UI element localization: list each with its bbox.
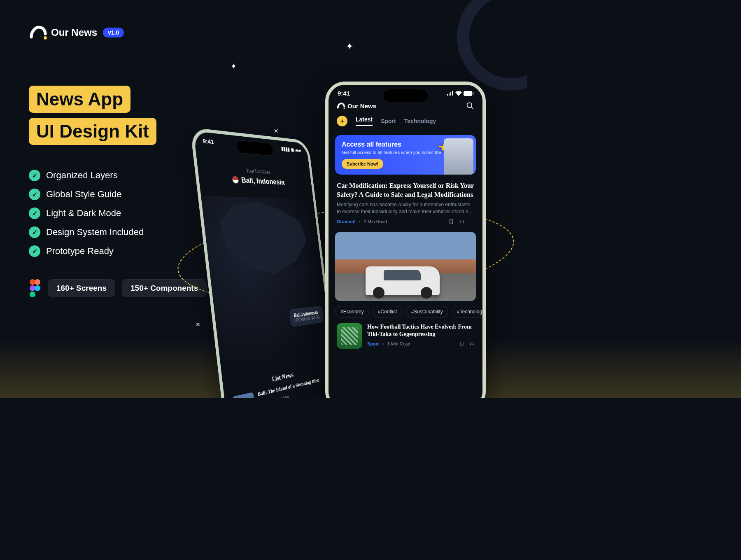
logo-mark-icon <box>29 25 47 40</box>
story-readtime: 1 Min <box>280 394 289 398</box>
story-category[interactable]: Sport <box>367 341 379 346</box>
list-item[interactable]: How Football Tactics Have Evolved: From … <box>329 322 482 350</box>
flag-indonesia-icon <box>232 176 239 184</box>
tab-latest[interactable]: Latest <box>356 116 373 126</box>
headphones-icon[interactable] <box>469 341 474 346</box>
article-hero-image[interactable] <box>335 232 476 301</box>
hashtag-chip[interactable]: #Sustainability <box>405 306 448 317</box>
wifi-icon: ◉ <box>291 147 295 153</box>
sparkle-icon: ✦ <box>231 62 237 71</box>
feature-label: Light & Dark Mode <box>46 208 121 219</box>
figma-icon <box>29 279 41 297</box>
app-title: Our News <box>347 103 376 110</box>
svg-point-3 <box>30 285 35 291</box>
svg-point-0 <box>44 36 47 40</box>
hashtag-chip[interactable]: #Economy <box>335 306 369 317</box>
headline-line-1: News App <box>29 86 130 113</box>
feature-label: Global Style Guide <box>46 189 121 200</box>
phone-mockup-right: 9:41 Our News <box>325 82 486 398</box>
battery-icon: ▰▰ <box>295 147 301 153</box>
status-time: 9:41 <box>338 90 350 97</box>
svg-point-2 <box>35 279 40 285</box>
hashtag-chip[interactable]: #Technology <box>452 306 482 317</box>
svg-rect-7 <box>473 92 473 95</box>
search-icon[interactable] <box>466 102 474 110</box>
app-header: Our News <box>329 98 482 114</box>
phone-mockup-left: 9:41 ▮▮▮▮ ◉ ▰▰ Your Location Bali, Indon… <box>190 127 343 398</box>
sparkle-icon: ✦ <box>346 41 353 52</box>
promo-banner[interactable]: × Access all features Get full access to… <box>335 135 476 175</box>
feature-label: Design System Included <box>46 227 144 238</box>
check-icon: ✓ <box>29 245 40 257</box>
tab-sport[interactable]: Sport <box>381 118 396 124</box>
svg-point-4 <box>35 285 40 291</box>
close-icon: ✕ <box>196 321 200 328</box>
story-thumb <box>232 392 256 398</box>
article-category[interactable]: Otomotif <box>337 219 356 224</box>
logo-mark-icon <box>337 102 345 110</box>
article-title: Car Modification: Express Yourself or Ri… <box>337 181 474 199</box>
more-icon[interactable]: ⋮ <box>470 219 474 224</box>
map-area[interactable]: Bali,Indonesia UTC+08:00 (WITA) <box>201 196 333 382</box>
status-icons <box>447 91 473 96</box>
decorative-ring <box>457 0 527 91</box>
svg-point-1 <box>30 279 35 285</box>
svg-point-5 <box>30 292 35 297</box>
bookmark-icon[interactable] <box>448 219 454 224</box>
product-brand-row: Our News v1.0 <box>29 25 498 40</box>
status-icons: ▮▮▮▮ ◉ ▰▰ <box>281 146 301 154</box>
headphones-icon[interactable] <box>459 219 465 224</box>
promo-person-image <box>444 138 473 175</box>
wifi-icon <box>455 91 462 96</box>
story-readtime: 3 Min Read <box>387 341 410 346</box>
check-icon: ✓ <box>29 226 40 238</box>
status-time: 9:41 <box>203 137 214 145</box>
dot-separator: • <box>359 219 361 224</box>
story-thumb <box>337 323 362 349</box>
svg-rect-6 <box>464 91 472 96</box>
tabs-row: + Latest Sport Technology <box>329 114 482 130</box>
close-icon: ✕ <box>274 128 279 134</box>
stat-screens: 160+ Screens <box>48 279 115 297</box>
check-icon: ✓ <box>29 170 40 181</box>
signal-icon <box>447 91 454 96</box>
hashtag-row: #Economy #Conflict #Sustainability #Tech… <box>329 305 482 322</box>
story-title: How Football Tactics Have Evolved: From … <box>367 323 474 338</box>
svg-point-8 <box>343 107 345 109</box>
check-icon: ✓ <box>29 189 40 200</box>
add-tab-button[interactable]: + <box>337 116 347 126</box>
check-icon: ✓ <box>29 208 40 219</box>
brand-name: Our News <box>51 27 97 38</box>
hashtag-chip[interactable]: #Conflict <box>373 306 403 317</box>
tab-technology[interactable]: Technology <box>404 118 436 124</box>
dot-separator: • <box>382 341 384 346</box>
brand-logo: Our News <box>29 25 97 40</box>
headline-line-2: UI Design Kit <box>29 118 156 145</box>
map-silhouette <box>211 196 315 283</box>
app-brand[interactable]: Our News <box>337 102 376 110</box>
car-illustration <box>366 266 440 295</box>
signal-icon: ▮▮▮▮ <box>281 146 290 152</box>
feature-label: Prototype Ready <box>46 246 114 257</box>
featured-article[interactable]: Car Modification: Express Yourself or Ri… <box>329 180 482 228</box>
battery-icon <box>464 91 473 96</box>
svg-line-10 <box>471 107 473 109</box>
map-pin-card[interactable]: Bali,Indonesia UTC+08:00 (WITA) <box>289 306 324 327</box>
article-excerpt: Modifying cars has become a way for auto… <box>337 201 474 215</box>
subscribe-button[interactable]: Subcribe Now! <box>342 159 383 169</box>
bookmark-icon[interactable] <box>459 341 464 346</box>
article-readtime: 2 Min Read <box>364 219 387 224</box>
status-bar: 9:41 <box>329 85 482 98</box>
dot-separator: • <box>276 397 278 398</box>
stat-components: 150+ Components <box>122 279 207 297</box>
version-badge: v1.0 <box>103 28 124 37</box>
feature-label: Organized Layers <box>46 170 118 181</box>
city-name: Bali, Indonesia <box>241 175 285 187</box>
